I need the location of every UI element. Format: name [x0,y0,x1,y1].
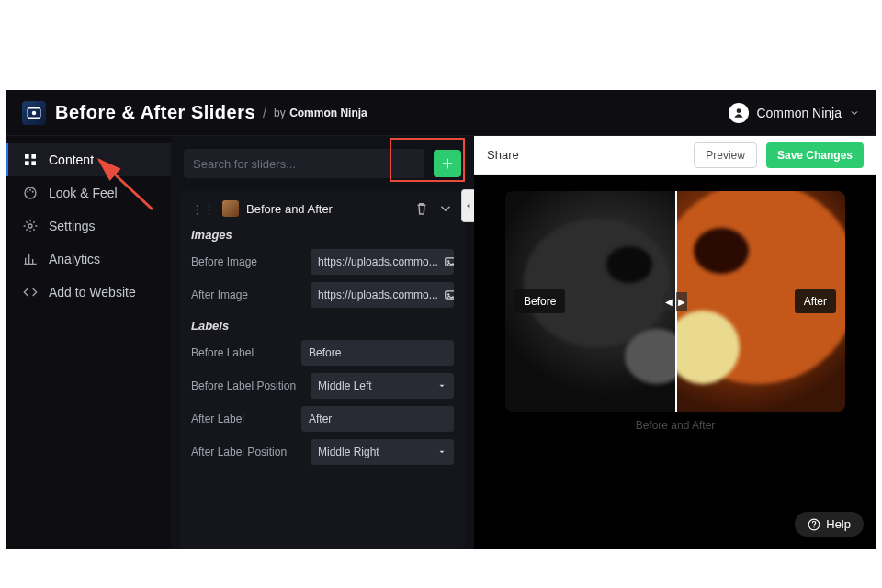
chart-icon [23,252,38,266]
search-input[interactable] [184,149,424,178]
svg-rect-12 [445,258,454,266]
field-label-after-label: After Label [191,413,292,425]
before-image-value: https://uploads.commo... [318,255,438,268]
arrow-right-icon: ▶ [676,292,687,311]
image-icon [444,255,454,268]
svg-rect-5 [25,161,29,165]
app-title: Before & After Sliders [55,102,255,123]
app-logo-icon [22,101,46,125]
slider-thumbnail [222,200,239,217]
svg-point-9 [29,189,31,191]
sidebar-item-label: Analytics [49,252,100,266]
svg-point-10 [32,191,34,193]
after-image-value: https://uploads.commo... [318,288,438,301]
sidebar-item-analytics[interactable]: Analytics [6,243,171,276]
svg-point-13 [447,260,449,262]
help-label: Help [826,517,851,531]
image-icon [444,288,454,301]
content-panel: ⋮⋮ Before and After Images Before Image … [171,136,474,549]
triangle-left-icon [465,201,472,210]
add-slider-button[interactable] [434,150,461,177]
field-label-before-pos: Before Label Position [191,379,301,392]
save-button[interactable]: Save Changes [766,142,864,168]
field-label-after-pos: After Label Position [191,446,301,458]
app-body: Content Look & Feel Settings Analytics A… [6,136,876,549]
section-heading-labels: Labels [191,319,454,333]
svg-point-17 [814,526,815,527]
gear-icon [23,219,38,233]
share-label[interactable]: Share [487,148,519,162]
before-pos-select[interactable] [311,373,454,399]
field-label-after-image: After Image [191,288,301,301]
sidebar-item-embed[interactable]: Add to Website [6,276,171,309]
owner-name: Common Ninja [289,107,368,119]
sidebar-item-label: Add to Website [49,285,136,300]
before-after-slider[interactable]: ◀ ▶ Before After [505,191,845,412]
app-window: Before & After Sliders / by Common Ninja… [6,90,876,549]
after-pos-select[interactable] [311,439,454,465]
help-button[interactable]: Help [795,512,864,537]
preview-button[interactable]: Preview [694,142,757,168]
help-icon [808,518,820,531]
arrow-left-icon: ◀ [663,292,674,311]
slider-caption: Before and After [636,419,716,432]
section-heading-images: Images [191,228,454,242]
before-tag: Before [514,289,565,313]
slider-card: ⋮⋮ Before and After Images Before Image … [180,191,465,549]
drag-handle-icon[interactable]: ⋮⋮ [191,202,215,216]
title-separator: / [263,106,266,120]
svg-rect-6 [31,161,36,165]
after-label-input[interactable] [301,406,454,432]
palette-icon [23,186,38,200]
field-label-before-image: Before Image [191,255,301,268]
after-image-field[interactable]: https://uploads.commo... [311,282,454,308]
svg-rect-3 [25,154,29,159]
slider-title: Before and After [246,202,333,216]
slider-handle[interactable]: ◀ ▶ [663,292,687,311]
chevron-down-icon[interactable] [437,200,454,217]
svg-rect-4 [31,154,36,159]
sidebar-item-label: Content [49,153,94,167]
code-icon [23,285,38,300]
preview-stage: ◀ ▶ Before After Before and After Help [474,175,876,549]
field-label-before-label: Before Label [191,346,292,359]
svg-rect-14 [445,291,454,299]
user-name: Common Ninja [756,106,842,120]
after-tag: After [795,289,836,313]
plus-icon [441,157,454,170]
svg-point-11 [28,224,32,228]
delete-icon[interactable] [413,200,430,217]
by-prefix: by [274,107,286,119]
sidebar-item-settings[interactable]: Settings [6,209,171,243]
user-menu[interactable]: Common Ninja [729,103,860,123]
preview-pane: Share Preview Save Changes ◀ ▶ [474,136,876,549]
sidebar: Content Look & Feel Settings Analytics A… [6,136,171,549]
sidebar-item-label: Look & Feel [49,186,118,200]
svg-point-15 [447,293,449,295]
sidebar-item-look-feel[interactable]: Look & Feel [6,176,171,209]
avatar-icon [729,103,749,123]
sidebar-item-content[interactable]: Content [6,143,171,176]
svg-point-2 [737,108,741,113]
app-header: Before & After Sliders / by Common Ninja… [6,90,876,136]
before-image-field[interactable]: https://uploads.commo... [311,249,454,275]
preview-toolbar: Share Preview Save Changes [474,136,876,175]
sidebar-item-label: Settings [49,219,96,233]
before-label-input[interactable] [301,340,454,366]
collapse-tab[interactable] [461,189,474,222]
grid-icon [23,153,38,167]
chevron-down-icon [849,107,860,119]
svg-point-8 [27,191,28,193]
svg-point-1 [32,110,37,115]
